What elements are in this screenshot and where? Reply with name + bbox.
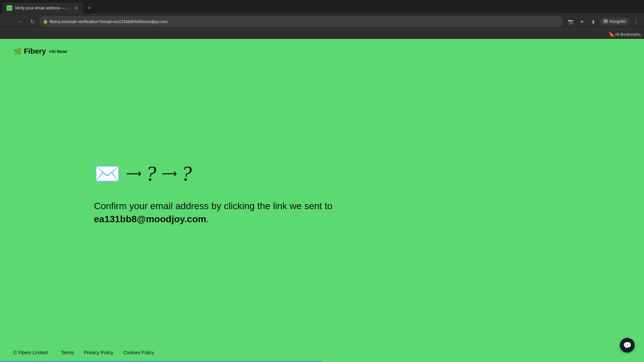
refresh-button[interactable]: ↻ <box>28 17 37 26</box>
tab-favicon: 🌿 <box>7 5 12 11</box>
sidebar-icon[interactable]: ▮ <box>589 17 598 26</box>
bookmarks-bar: 🔖 All Bookmarks <box>0 29 644 39</box>
tab-bar: 🌿 Verify your email address — Fib ✕ + <box>0 0 644 13</box>
incognito-button[interactable]: 🆧 Incognito <box>600 18 629 25</box>
bookmarks-icon: 🔖 <box>608 31 615 38</box>
new-tab-button[interactable]: + <box>85 3 94 13</box>
cookies-policy-link[interactable]: Cookies Policy <box>123 350 154 355</box>
footer-copyright: © Fibery Limited <box>13 350 48 355</box>
incognito-icon: 🆧 <box>603 19 607 24</box>
browser-toolbar: ← → ↻ 🔒 fibery.io/email-verification?ema… <box>0 13 644 29</box>
illustration: ✉️ ⟶ ? ⟶ ? <box>94 161 631 186</box>
email-address: ea131bb8@moodjoy.com <box>94 214 206 224</box>
active-tab[interactable]: 🌿 Verify your email address — Fib ✕ <box>3 3 83 13</box>
envelope-icon: ✉️ <box>94 163 121 184</box>
menu-button[interactable]: ⋮ <box>631 17 641 26</box>
question-mark-2: ? <box>181 161 192 186</box>
forward-button[interactable]: → <box>15 17 25 26</box>
camera-icon[interactable]: 📷 <box>566 17 575 26</box>
address-bar[interactable]: 🔒 fibery.io/email-verification?email=ea1… <box>40 16 563 27</box>
chat-icon: 💬 <box>623 341 632 349</box>
incognito-label: Incognito <box>609 19 626 24</box>
page-footer: © Fibery Limited Terms Privacy Policy Co… <box>0 343 644 362</box>
question-mark-1: ? <box>146 161 156 186</box>
bookmark-icon[interactable]: ★ <box>577 17 587 26</box>
back-button[interactable]: ← <box>3 17 13 26</box>
message-text-before: Confirm your email address by clicking t… <box>94 201 332 211</box>
message-text-after: . <box>206 214 209 224</box>
arrow-icon-2: ⟶ <box>162 167 176 180</box>
page-content: 🌿 Fibery +AI Now! ✉️ ⟶ ? ⟶ ? Confirm you… <box>0 39 644 362</box>
lock-icon: 🔒 <box>43 19 48 24</box>
footer-links: Terms Privacy Policy Cookies Policy <box>61 350 154 355</box>
chat-button[interactable]: 💬 <box>620 338 635 353</box>
tab-close-button[interactable]: ✕ <box>74 5 79 11</box>
toolbar-actions: 📷 ★ ▮ 🆧 Incognito ⋮ <box>566 17 641 26</box>
verification-message: Confirm your email address by clicking t… <box>94 199 349 226</box>
url-text: fibery.io/email-verification?email=ea131… <box>50 19 168 24</box>
browser-chrome: 🌿 Verify your email address — Fib ✕ + ← … <box>0 0 644 39</box>
privacy-policy-link[interactable]: Privacy Policy <box>84 350 113 355</box>
tab-title: Verify your email address — Fib <box>15 6 71 10</box>
bookmarks-label: All Bookmarks <box>615 32 641 37</box>
terms-link[interactable]: Terms <box>61 350 74 355</box>
arrow-icon-1: ⟶ <box>126 167 140 180</box>
page-main: ✉️ ⟶ ? ⟶ ? Confirm your email address by… <box>0 44 644 343</box>
